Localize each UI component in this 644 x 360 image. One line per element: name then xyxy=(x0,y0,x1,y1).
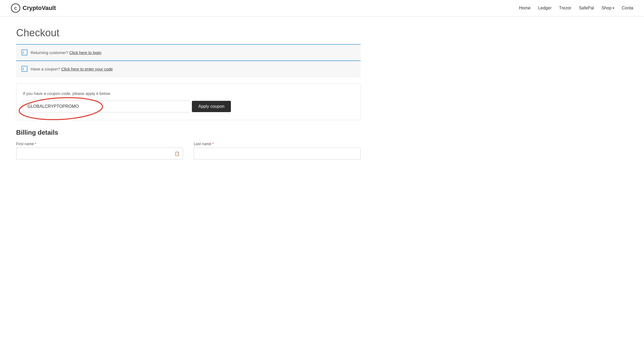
chevron-down-icon: ▾ xyxy=(613,6,614,10)
nav-safepal[interactable]: SafePal xyxy=(579,6,594,10)
svg-rect-2 xyxy=(23,52,24,54)
coupon-section: If you have a coupon code, please apply … xyxy=(16,83,361,120)
first-name-input[interactable] xyxy=(16,148,183,159)
svg-rect-5 xyxy=(23,67,24,68)
billing-name-row: First name* 📋 Last name* xyxy=(16,142,361,159)
coupon-code-input[interactable] xyxy=(23,101,190,112)
first-name-group: First name* 📋 xyxy=(16,142,183,159)
returning-customer-icon xyxy=(22,49,27,55)
header: C CryptoVault Home Ledger Trezor SafePal… xyxy=(0,0,644,16)
svg-text:C: C xyxy=(14,6,17,10)
billing-title: Billing details xyxy=(16,129,361,136)
svg-rect-4 xyxy=(23,68,24,70)
nav-home[interactable]: Home xyxy=(519,6,531,10)
nav-trezor[interactable]: Trezor xyxy=(559,6,571,10)
coupon-notice-text: Have a coupon? Click here to enter your … xyxy=(31,67,113,71)
nav-ledger[interactable]: Ledger xyxy=(538,6,551,10)
page-title: Checkout xyxy=(16,27,361,39)
coupon-input-row: Apply coupon xyxy=(23,101,354,112)
returning-customer-text: Returning customer? Click here to login xyxy=(31,50,101,55)
last-name-required: * xyxy=(212,142,213,146)
main-nav: Home Ledger Trezor SafePal Shop ▾ Conta xyxy=(519,6,633,10)
first-name-label: First name* xyxy=(16,142,183,146)
last-name-label: Last name* xyxy=(194,142,361,146)
last-name-group: Last name* xyxy=(194,142,361,159)
apply-coupon-button[interactable]: Apply coupon xyxy=(192,101,231,112)
svg-rect-3 xyxy=(23,51,24,52)
coupon-info-icon xyxy=(23,67,26,70)
coupon-notice-bar: Have a coupon? Click here to enter your … xyxy=(16,61,361,77)
coupon-link[interactable]: Click here to enter your code xyxy=(61,67,113,71)
login-link[interactable]: Click here to login xyxy=(69,50,101,55)
returning-customer-bar: Returning customer? Click here to login xyxy=(16,45,361,60)
coupon-input-wrapper xyxy=(23,101,190,112)
main-content: Checkout Returning customer? Click here … xyxy=(0,16,377,176)
coupon-instructions: If you have a coupon code, please apply … xyxy=(23,91,354,96)
nav-shop[interactable]: Shop ▾ xyxy=(601,6,614,10)
nav-conta[interactable]: Conta xyxy=(622,6,633,10)
last-name-input-wrapper xyxy=(194,148,361,159)
logo-icon: C xyxy=(11,3,20,13)
billing-section: Billing details First name* 📋 Last name* xyxy=(16,129,361,159)
coupon-notice-icon xyxy=(22,66,27,72)
info-icon xyxy=(23,51,26,54)
first-name-required: * xyxy=(35,142,36,146)
contact-card-icon: 📋 xyxy=(174,151,180,156)
last-name-input[interactable] xyxy=(194,148,361,159)
first-name-input-wrapper: 📋 xyxy=(16,148,183,159)
logo-area: C CryptoVault xyxy=(11,3,56,13)
logo-text: CryptoVault xyxy=(23,5,56,12)
